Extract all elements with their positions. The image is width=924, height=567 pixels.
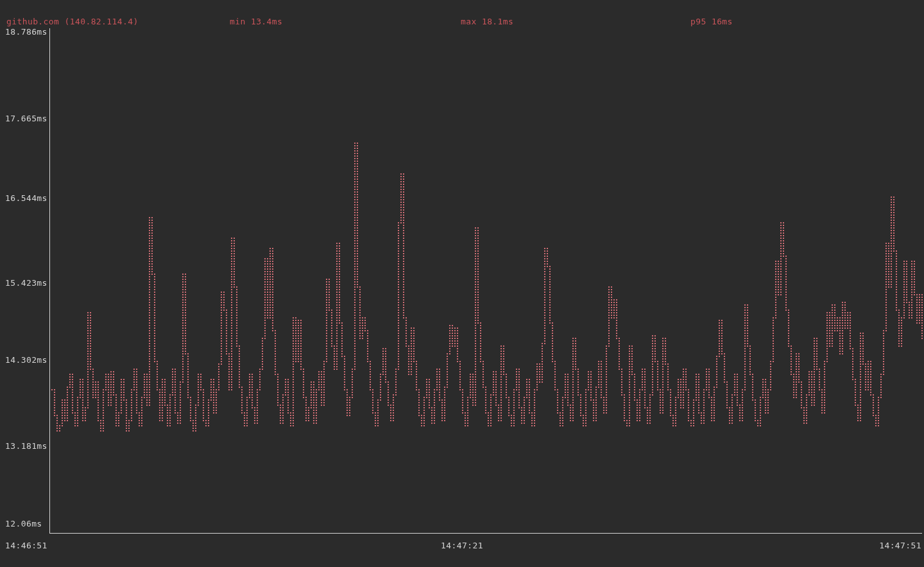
host-title: github.com (140.82.114.4) xyxy=(6,17,139,26)
y-axis-tick: 18.786ms xyxy=(5,27,47,37)
stat-max: max 18.1ms xyxy=(461,17,513,26)
y-axis-tick: 13.181ms xyxy=(5,441,47,451)
y-axis-tick: 15.423ms xyxy=(5,278,47,288)
y-axis-tick: 14.302ms xyxy=(5,355,47,365)
y-axis-tick: 12.06ms xyxy=(5,519,42,528)
y-axis-tick: 16.544ms xyxy=(5,193,47,203)
terminal-window: github.com (140.82.114.4) min 13.4ms max… xyxy=(0,0,924,567)
plot-axes-frame xyxy=(49,28,922,534)
x-axis-tick-start: 14:46:51 xyxy=(5,541,47,550)
stat-min: min 13.4ms xyxy=(230,17,282,26)
y-axis-tick: 17.665ms xyxy=(5,114,47,123)
x-axis-tick-end: 14:47:51 xyxy=(879,541,921,550)
stat-p95: p95 16ms xyxy=(690,17,733,26)
x-axis-tick-middle: 14:47:21 xyxy=(441,541,483,550)
